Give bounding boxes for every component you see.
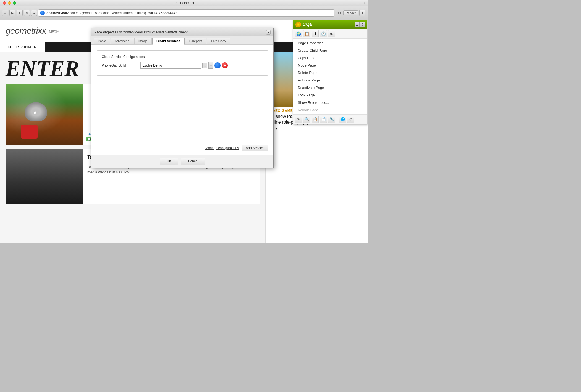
cq5-bottom-icon-tools[interactable]: 🔧 bbox=[328, 116, 335, 123]
cq5-bottom-icon-list[interactable]: 📋 bbox=[312, 116, 319, 123]
cq5-menu-page-properties[interactable]: Page Properties... bbox=[293, 39, 367, 47]
cq5-bottom-icon-refresh[interactable]: ↻ bbox=[347, 116, 354, 123]
cq5-icon-network[interactable]: ⊕ bbox=[328, 30, 335, 37]
cs-globe-btn[interactable] bbox=[214, 62, 221, 68]
cq5-header: CQ5 ▲ ? bbox=[293, 20, 367, 29]
browser-title-bar: Entertainment ⤡ bbox=[0, 0, 368, 6]
tab-cloud-services[interactable]: Cloud Services bbox=[152, 38, 185, 45]
share-button[interactable]: ⬆ bbox=[17, 10, 23, 16]
cq5-bottom-icon-row: ✎ 🔍 📋 📄 🔧 🌐 ↻ bbox=[293, 114, 367, 124]
star-icon: ★ bbox=[33, 109, 38, 116]
cs-phonegap-input[interactable] bbox=[140, 62, 201, 69]
icon-row-divider bbox=[337, 116, 337, 122]
address-path: /content/geometrixx-media/en/entertainme… bbox=[69, 11, 177, 15]
minimize-window-btn[interactable] bbox=[8, 1, 11, 5]
cq5-menu-show-references[interactable]: Show References... bbox=[293, 99, 367, 106]
cq5-menu-lock-page[interactable]: Lock Page bbox=[293, 91, 367, 99]
portrait-image bbox=[6, 149, 83, 204]
cq5-bottom-icon-edit[interactable]: ✎ bbox=[295, 116, 302, 123]
cancel-button[interactable]: Cancel bbox=[181, 158, 205, 165]
tab-basic[interactable]: Basic bbox=[94, 38, 110, 44]
tab-live-copy[interactable]: Live Copy bbox=[207, 38, 230, 44]
vg-comment-count: 2 bbox=[276, 128, 278, 132]
address-host: localhost:4502 bbox=[46, 11, 69, 15]
article-image-1: ★ bbox=[6, 84, 83, 145]
downloads-button[interactable]: ⬇ bbox=[359, 10, 365, 16]
logo-sub-text: MEDIA bbox=[49, 30, 59, 34]
tab-image[interactable]: Image bbox=[134, 38, 152, 44]
dialog-titlebar: Page Properties of /content/geometrixx-m… bbox=[91, 28, 273, 36]
cq5-header-buttons: ▲ ? bbox=[355, 22, 365, 27]
cs-dropdown-btn[interactable]: ▾ bbox=[208, 62, 213, 69]
cs-phonegap-input-group: ✕ ▾ − bbox=[140, 62, 228, 69]
cq5-menu-deactivate-page[interactable]: Deactivate Page bbox=[293, 84, 367, 91]
cq5-menu-copy-page[interactable]: Copy Page bbox=[293, 54, 367, 62]
page-properties-dialog[interactable]: Page Properties of /content/geometrixx-m… bbox=[91, 28, 274, 168]
manage-configurations-link[interactable]: Manage configurations bbox=[205, 146, 239, 150]
back-button[interactable]: ◀ bbox=[2, 10, 8, 16]
cloud-button[interactable]: ☁ bbox=[31, 10, 37, 16]
tab-blueprint[interactable]: Blueprint bbox=[185, 38, 206, 44]
ok-button[interactable]: OK bbox=[160, 158, 178, 165]
bookmark-button[interactable]: ⊕ bbox=[24, 10, 30, 16]
resize-icon: ⤡ bbox=[363, 1, 365, 4]
cq5-menu: Page Properties... Create Child Page Cop… bbox=[293, 39, 367, 114]
cq5-bottom-icon-globe[interactable]: 🌐 bbox=[339, 116, 346, 123]
cq5-menu-rollout-page: Rollout Page bbox=[293, 106, 367, 114]
dialog-manage-row: Manage configurations Add Service bbox=[91, 141, 273, 155]
dialog-tabs: Basic Advanced Image Cloud Services Blue… bbox=[91, 36, 273, 45]
cq5-menu-create-child[interactable]: Create Child Page bbox=[293, 47, 367, 54]
nav-item-entertainment[interactable]: ENTERTAINMENT bbox=[0, 42, 45, 52]
dialog-body: Cloud Service Configurations PhoneGap Bu… bbox=[91, 45, 273, 141]
cq5-icon-page[interactable]: 📋 bbox=[303, 30, 310, 37]
cq5-menu-move-page[interactable]: Move Page bbox=[293, 62, 367, 69]
address-text: localhost:4502/content/geometrixx-media/… bbox=[46, 11, 333, 15]
dialog-footer: OK Cancel bbox=[91, 155, 273, 168]
add-service-button[interactable]: Add Service bbox=[242, 145, 268, 151]
cq5-menu-activate-page[interactable]: Activate Page bbox=[293, 76, 367, 84]
address-bar[interactable]: localhost:4502/content/geometrixx-media/… bbox=[38, 9, 334, 17]
cq5-icon-clock[interactable]: 🕐 bbox=[320, 30, 327, 37]
browser-chrome: Entertainment ⤡ ◀ ▶ ⬆ ⊕ ☁ localhost:4502… bbox=[0, 0, 368, 20]
logo-text: geometrixx bbox=[6, 26, 46, 36]
reader-button[interactable]: Reader bbox=[343, 10, 358, 15]
portrait-face bbox=[6, 149, 83, 204]
browser-toolbar: ◀ ▶ ⬆ ⊕ ☁ localhost:4502/content/geometr… bbox=[0, 6, 368, 20]
cs-legend: Cloud Service Configurations bbox=[102, 55, 263, 59]
cq5-icon-world[interactable]: 🌍 bbox=[295, 30, 302, 37]
browser-title: Entertainment bbox=[174, 1, 194, 5]
cq5-toolbar: CQ5 ▲ ? 🌍 📋 ℹ 🕐 ⊕ Page Properties... Cre… bbox=[293, 20, 368, 124]
cq5-up-btn[interactable]: ▲ bbox=[355, 22, 360, 27]
jacket-shape bbox=[21, 125, 38, 139]
helmet-shape: ★ bbox=[25, 102, 47, 121]
tab-advanced[interactable]: Advanced bbox=[111, 38, 134, 44]
cq5-title: CQ5 bbox=[303, 22, 313, 27]
cs-row-phonegap: PhoneGap Build ✕ ▾ − bbox=[102, 62, 263, 69]
comment-icon-1: 💬 bbox=[86, 137, 92, 141]
cq5-gear-icon bbox=[295, 22, 301, 27]
dialog-title: Page Properties of /content/geometrixx-m… bbox=[94, 30, 188, 34]
cq5-logo-area: CQ5 bbox=[295, 22, 313, 27]
cq5-help-btn[interactable]: ? bbox=[360, 22, 365, 27]
cloud-service-section: Cloud Service Configurations PhoneGap Bu… bbox=[97, 50, 268, 76]
refresh-button[interactable]: ↻ bbox=[337, 10, 342, 16]
website-content: geometrixx MEDIA remove Surfer Sign In S… bbox=[0, 20, 368, 243]
maximize-window-btn[interactable] bbox=[13, 1, 16, 5]
site-logo: geometrixx MEDIA bbox=[6, 26, 59, 36]
cq5-bottom-icon-content[interactable]: 📄 bbox=[320, 116, 327, 123]
cq5-menu-delete-page[interactable]: Delete Page bbox=[293, 69, 367, 76]
window-controls bbox=[3, 1, 16, 5]
cs-clear-btn[interactable]: ✕ bbox=[202, 63, 207, 68]
cs-phonegap-label: PhoneGap Build bbox=[102, 63, 138, 67]
close-window-btn[interactable] bbox=[3, 1, 6, 5]
cq5-bottom-icon-search[interactable]: 🔍 bbox=[303, 116, 310, 123]
forward-button[interactable]: ▶ bbox=[9, 10, 15, 16]
dialog-close-btn[interactable]: ✕ bbox=[266, 30, 271, 35]
cq5-icon-row: 🌍 📋 ℹ 🕐 ⊕ bbox=[293, 29, 367, 39]
cq5-icon-info[interactable]: ℹ bbox=[312, 30, 319, 37]
vg-comment: 💬 2 bbox=[266, 126, 368, 133]
racing-image: ★ bbox=[6, 84, 83, 145]
cs-delete-btn[interactable]: − bbox=[222, 62, 228, 68]
address-globe-icon bbox=[40, 11, 45, 15]
